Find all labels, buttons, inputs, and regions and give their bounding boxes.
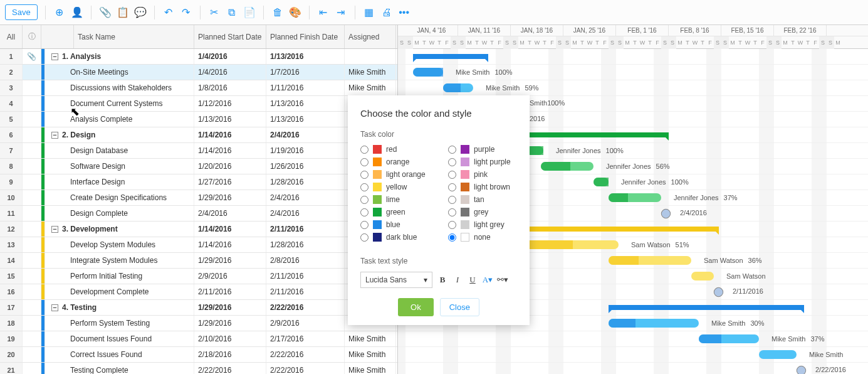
collapse-icon[interactable]: − [51,304,58,311]
task-name-cell[interactable]: Analysis Complete [45,112,194,127]
start-date-cell[interactable]: 1/14/2016 [194,237,266,252]
finish-date-cell[interactable]: 1/28/2016 [266,237,345,252]
summary-bar[interactable] [518,227,719,232]
start-date-cell[interactable]: 1/8/2016 [194,80,266,95]
task-bar[interactable]: Mike Smith100% [413,68,443,77]
task-bar[interactable]: Sam Watson36% [609,256,691,265]
finish-date-cell[interactable]: 2/22/2016 [266,300,345,315]
more-icon[interactable]: ••• [398,6,410,19]
task-bar[interactable]: Mike Smith59% [443,83,473,92]
start-date-cell[interactable]: 1/14/2016 [194,127,266,142]
assigned-cell[interactable]: Mike Smith [345,363,396,374]
close-button[interactable]: Close [440,298,479,316]
table-row[interactable]: 12 −3. Development 1/14/2016 2/11/2016 [0,222,397,237]
task-name-cell[interactable]: −4. Testing [45,300,194,315]
task-name-cell[interactable]: Document Current Systems [45,96,194,111]
table-row[interactable]: 2 On-Site Meetings 1/4/2016 1/7/2016 Mik… [0,65,397,80]
finish-date-cell[interactable]: 1/11/2016 [266,80,345,95]
finish-date-cell[interactable]: 2/4/2016 [266,190,345,205]
task-name-cell[interactable]: Interface Design [45,174,194,190]
start-date-cell[interactable]: 1/13/2016 [194,112,266,127]
finish-date-cell[interactable]: 2/22/2016 [266,347,345,362]
paste-icon[interactable]: 📄 [243,6,256,19]
task-name-cell[interactable]: Document Issues Found [45,331,194,346]
finish-date-cell[interactable]: 2/17/2016 [266,331,345,346]
radio-input[interactable] [360,171,369,179]
delete-icon[interactable]: 🗑 [271,6,284,19]
color-option-light-brown[interactable]: light brown [448,183,517,191]
task-name-cell[interactable]: −1. Analysis [45,49,194,64]
color-option-blue[interactable]: blue [360,220,429,229]
assigned-cell[interactable]: Mike Smith [345,331,396,346]
start-date-cell[interactable]: 2/10/2016 [194,331,266,346]
radio-input[interactable] [448,158,456,166]
collapse-icon[interactable]: − [51,226,58,233]
radio-input[interactable] [448,208,456,216]
cut-icon[interactable]: ✂ [208,6,221,19]
table-row[interactable]: 17 −4. Testing 1/29/2016 2/22/2016 [0,300,397,316]
task-name-cell[interactable]: Perform System Testing [45,316,194,331]
color-option-purple[interactable]: purple [448,145,517,154]
assigned-cell[interactable]: Mike Smith [345,80,396,95]
palette-icon[interactable]: 🎨 [289,6,301,19]
start-date-cell[interactable]: 1/4/2016 [194,65,266,80]
color-option-light-orange[interactable]: light orange [360,170,429,179]
task-name-cell[interactable]: Design Database [45,143,194,158]
color-option-red[interactable]: red [360,145,429,154]
table-row[interactable]: 9 Interface Design 1/27/2016 1/28/2016 [0,174,397,190]
radio-input[interactable] [448,196,456,204]
outdent-icon[interactable]: ⇤ [317,6,330,19]
task-name-cell[interactable]: Software Design [45,159,194,174]
color-option-lime[interactable]: lime [360,195,429,204]
col-task-name[interactable]: Task Name [74,25,194,48]
col-start-date[interactable]: Planned Start Date [194,25,266,48]
assigned-cell[interactable]: Mike Smith [345,347,396,362]
task-name-cell[interactable]: Testing Complete [45,363,194,374]
finish-date-cell[interactable]: 2/9/2016 [266,316,345,331]
print-icon[interactable]: 🖨 [380,6,393,19]
color-option-light-purple[interactable]: light purple [448,158,517,166]
radio-input[interactable] [360,221,369,229]
start-date-cell[interactable]: 1/29/2016 [194,253,266,268]
start-date-cell[interactable]: 2/18/2016 [194,347,266,362]
table-row[interactable]: 3 Discussions with Stakeholders 1/8/2016… [0,80,397,96]
table-row[interactable]: 15 Perform Initial Testing 2/9/2016 2/11… [0,269,397,284]
indent-icon[interactable]: ⇥ [335,6,347,19]
summary-bar[interactable] [526,132,669,137]
table-row[interactable]: 20 Correct Issues Found 2/18/2016 2/22/2… [0,347,397,363]
finish-date-cell[interactable]: 2/8/2016 [266,253,345,268]
radio-input[interactable] [448,221,456,229]
start-date-cell[interactable]: 1/27/2016 [194,174,266,190]
radio-input[interactable] [360,208,369,216]
table-row[interactable]: 4 Document Current Systems 1/12/2016 1/1… [0,96,397,112]
person-icon[interactable]: 👤 [71,6,83,19]
col-finish-date[interactable]: Planned Finish Date [266,25,345,48]
finish-date-cell[interactable]: 1/13/2016 [266,96,345,111]
start-date-cell[interactable]: 1/14/2016 [194,143,266,158]
radio-input[interactable] [448,171,456,179]
collapse-icon[interactable]: − [51,132,58,139]
bold-button[interactable]: B [437,274,447,286]
task-name-cell[interactable]: Create Design Specifications [45,190,194,205]
task-bar[interactable]: Sam Watson51% [526,240,619,249]
milestone-marker[interactable] [795,364,808,374]
start-date-cell[interactable]: 1/4/2016 [194,49,266,64]
milestone-marker[interactable] [659,207,672,220]
start-date-cell[interactable]: 1/29/2016 [194,300,266,315]
font-select[interactable]: Lucida Sans▾ [360,272,432,288]
color-option-dark-blue[interactable]: dark blue [360,233,429,242]
task-name-cell[interactable]: Design Complete [45,206,194,221]
table-row[interactable]: 8 Software Design 1/20/2016 1/26/2016 [0,159,397,174]
finish-date-cell[interactable]: 1/7/2016 [266,65,345,80]
finish-date-cell[interactable]: 2/22/2016 [266,363,345,374]
radio-input[interactable] [448,233,456,242]
finish-date-cell[interactable]: 1/13/2016 [266,112,345,127]
radio-input[interactable] [360,183,369,191]
task-name-cell[interactable]: Correct Issues Found [45,347,194,362]
finish-date-cell[interactable]: 2/4/2016 [266,206,345,221]
finish-date-cell[interactable]: 2/11/2016 [266,284,345,299]
underline-button[interactable]: U [468,274,478,286]
comment-icon[interactable]: 💬 [134,6,147,19]
collapse-icon[interactable]: − [51,53,58,60]
radio-input[interactable] [360,233,369,242]
